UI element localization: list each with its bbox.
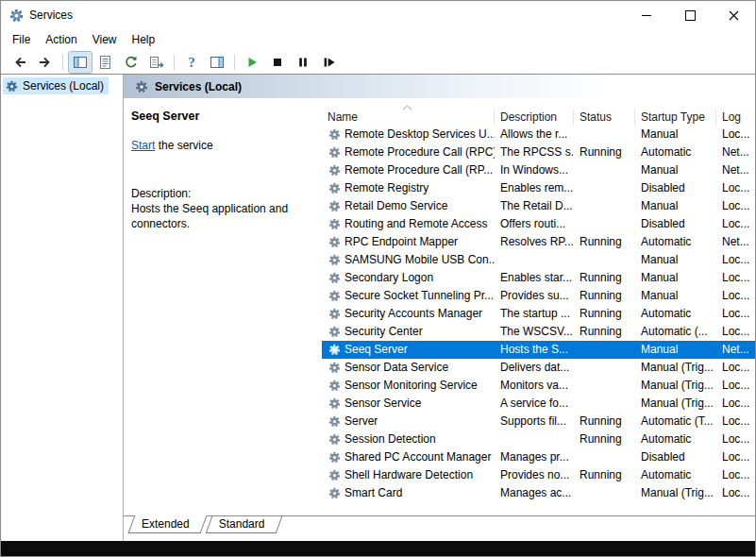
service-row[interactable]: Sensor Data ServiceDelivers dat...Manual… xyxy=(322,359,755,377)
service-name: Secondary Logon xyxy=(344,269,495,287)
tree-item-services-local[interactable]: Services (Local) xyxy=(3,77,109,94)
service-row[interactable]: Secondary LogonEnables star...RunningMan… xyxy=(322,269,755,287)
tab-standard[interactable]: Standard xyxy=(209,516,279,533)
service-row[interactable]: Remote Desktop Services U...Allows the r… xyxy=(322,126,755,143)
service-status xyxy=(574,395,635,413)
service-name: Shell Hardware Detection xyxy=(344,466,495,484)
service-row[interactable]: Remote RegistryEnables rem...DisabledLoc… xyxy=(322,179,755,197)
service-status: Running xyxy=(574,413,635,430)
service-gear-icon xyxy=(328,236,341,248)
service-row[interactable]: SAMSUNG Mobile USB Con...ManualLoc... xyxy=(322,251,755,269)
service-description: Delivers dat... xyxy=(495,359,574,377)
toolbar-separator xyxy=(174,55,175,70)
stop-service-icon[interactable] xyxy=(266,52,289,73)
service-row[interactable]: Routing and Remote AccessOffers routi...… xyxy=(322,215,755,233)
service-log-on-as: Loc... xyxy=(716,395,755,413)
service-startup-type: Manual xyxy=(635,251,716,269)
service-log-on-as: Loc... xyxy=(716,377,755,395)
help-icon[interactable]: ? xyxy=(180,52,203,73)
service-startup-type: Manual (Trig... xyxy=(635,359,716,377)
service-description: Resolves RP... xyxy=(495,233,574,251)
menu-action[interactable]: Action xyxy=(38,30,84,49)
pause-service-icon[interactable] xyxy=(292,52,314,73)
service-row[interactable]: Secure Socket Tunneling Pr...Provides su… xyxy=(322,287,755,305)
minimize-button[interactable] xyxy=(625,1,668,29)
show-hide-action-pane-icon[interactable] xyxy=(206,52,228,73)
service-gear-icon xyxy=(328,200,341,212)
back-icon[interactable] xyxy=(8,52,31,73)
forward-icon[interactable] xyxy=(34,52,57,73)
column-header-description[interactable]: Description xyxy=(495,110,574,126)
service-row[interactable]: ServerSupports fil...RunningAutomatic (T… xyxy=(322,413,755,430)
service-description xyxy=(495,251,574,269)
column-header-status[interactable]: Status xyxy=(574,110,635,126)
service-startup-type: Manual (Trig... xyxy=(635,395,716,413)
column-header-startup-type[interactable]: Startup Type xyxy=(635,110,716,126)
service-log-on-as: Loc... xyxy=(716,413,755,430)
tree-item-label: Services (Local) xyxy=(23,79,104,93)
service-log-on-as: Loc... xyxy=(716,251,755,269)
start-service-icon[interactable] xyxy=(241,52,263,73)
service-row[interactable]: Sensor Monitoring ServiceMonitors va...M… xyxy=(322,377,755,395)
service-startup-type: Automatic xyxy=(635,233,716,251)
column-header-log-on-as[interactable]: Log xyxy=(716,110,755,126)
close-icon xyxy=(729,10,739,21)
restart-service-icon[interactable] xyxy=(317,52,340,73)
service-row[interactable]: Remote Procedure Call (RP...In Windows..… xyxy=(322,161,755,179)
sort-ascending-icon xyxy=(402,100,412,113)
export-list-icon[interactable] xyxy=(145,52,168,73)
svg-text:?: ? xyxy=(188,55,195,70)
service-status: Running xyxy=(574,143,635,161)
service-name: RPC Endpoint Mapper xyxy=(344,233,495,251)
service-gear-icon xyxy=(328,146,341,159)
service-name-cell: Secure Socket Tunneling Pr... xyxy=(322,287,495,305)
service-startup-type: Automatic xyxy=(635,143,716,161)
service-name-cell: Sensor Monitoring Service xyxy=(322,377,495,395)
service-name-cell: Routing and Remote Access xyxy=(322,215,495,233)
service-status: Running xyxy=(574,269,635,287)
service-row[interactable]: RPC Endpoint MapperResolves RP...Running… xyxy=(322,233,755,251)
service-gear-icon xyxy=(328,182,341,194)
service-name: Seeq Server xyxy=(344,341,495,359)
service-log-on-as: Loc... xyxy=(716,430,755,448)
service-row[interactable]: Shared PC Account ManagerManages pr...Di… xyxy=(322,448,755,466)
service-row[interactable]: Retail Demo ServiceThe Retail D...Manual… xyxy=(322,197,755,215)
service-gear-icon xyxy=(328,344,341,356)
service-name-cell: Smart Card xyxy=(322,484,495,502)
service-row[interactable]: Shell Hardware DetectionProvides no...Ru… xyxy=(322,466,755,484)
service-description: Enables star... xyxy=(495,269,574,287)
menu-file[interactable]: File xyxy=(5,30,38,49)
service-row[interactable]: Remote Procedure Call (RPC)The RPCSS s..… xyxy=(322,143,755,161)
maximize-button[interactable] xyxy=(668,1,712,29)
service-row[interactable]: Sensor ServiceA service fo...Manual (Tri… xyxy=(322,395,755,413)
service-startup-type: Disabled xyxy=(635,179,716,197)
service-row[interactable]: Seeq ServerHosts the S...ManualNet... xyxy=(322,341,755,359)
window-body: Services (Local) Services (Local) Seeq S… xyxy=(1,75,755,541)
action-suffix-text: the service xyxy=(155,139,212,152)
service-startup-type: Manual (Trig... xyxy=(635,484,716,502)
service-status xyxy=(574,161,635,179)
close-button[interactable] xyxy=(712,1,755,29)
service-row[interactable]: Session DetectionRunningAutomaticLoc... xyxy=(322,430,755,448)
services-icon xyxy=(6,80,18,93)
service-description: Enables rem... xyxy=(495,179,574,197)
properties-icon[interactable] xyxy=(94,52,117,73)
service-description: Manages ac... xyxy=(495,484,574,502)
service-row[interactable]: Security CenterThe WSCSV...RunningAutoma… xyxy=(322,323,755,341)
service-name: Shared PC Account Manager xyxy=(344,448,495,466)
service-description: The startup ... xyxy=(495,305,574,323)
service-log-on-as: Loc... xyxy=(716,484,755,502)
service-name: Security Center xyxy=(344,323,495,341)
service-row[interactable]: Security Accounts ManagerThe startup ...… xyxy=(322,305,755,323)
service-name-cell: Session Detection xyxy=(322,430,495,448)
service-row[interactable]: Smart CardManages ac...Manual (Trig...Lo… xyxy=(322,484,755,502)
tab-extended[interactable]: Extended xyxy=(131,516,204,533)
menu-view[interactable]: View xyxy=(85,30,125,49)
start-service-link[interactable]: Start xyxy=(131,139,155,152)
refresh-icon[interactable] xyxy=(120,52,143,73)
window-title: Services xyxy=(29,8,73,22)
show-hide-console-tree-icon[interactable] xyxy=(69,52,92,73)
service-name-cell: Security Center xyxy=(322,323,495,341)
service-name: Sensor Monitoring Service xyxy=(344,377,495,395)
menu-help[interactable]: Help xyxy=(125,30,163,49)
